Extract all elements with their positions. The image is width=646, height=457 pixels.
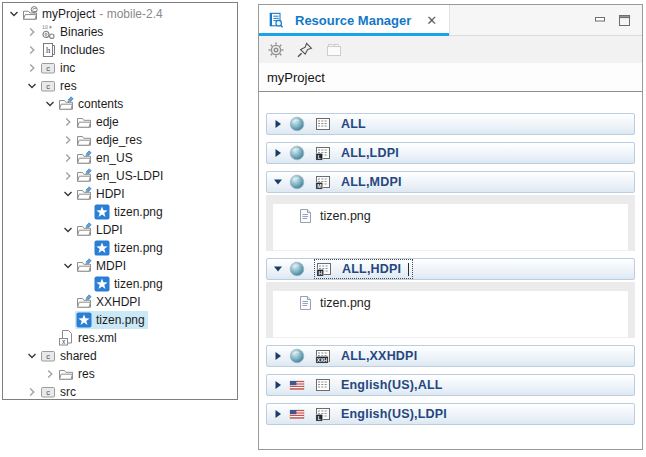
- project-icon: C: [22, 6, 38, 22]
- resource-manager-icon: [268, 12, 284, 28]
- view-window-controls: [593, 5, 642, 35]
- expand-chevron-icon[interactable]: [43, 367, 57, 381]
- resource-item-tizen-png[interactable]: tizen.png: [273, 204, 628, 224]
- resource-group-header-english-us-all[interactable]: English(US),ALL: [266, 374, 635, 396]
- svg-text:c: c: [46, 388, 50, 397]
- collapse-chevron-icon[interactable]: [7, 7, 21, 21]
- tree-indent-spacer: [79, 205, 93, 219]
- resource-group-header-all-xxhdpi[interactable]: XXHALL,XXHDPI: [266, 345, 635, 367]
- tree-item-label: tizen.png: [96, 312, 145, 328]
- expand-chevron-icon[interactable]: [61, 133, 75, 147]
- tree-item-tizen-png[interactable]: tizen.png: [3, 275, 237, 293]
- resource-group-header-all-ldpi[interactable]: LALL,LDPI: [266, 142, 635, 164]
- tree-indent-spacer: [79, 241, 93, 255]
- tree-item-tizen-png[interactable]: tizen.png: [3, 239, 237, 257]
- res-folder-icon: [76, 186, 92, 202]
- c-folder-icon: c: [40, 78, 56, 94]
- tree-item-en-us[interactable]: en_US: [3, 149, 237, 167]
- tree-item-res-xml[interactable]: xres.xml: [3, 329, 237, 347]
- tree-item-hdpi[interactable]: HDPI: [3, 185, 237, 203]
- expand-chevron-icon[interactable]: [61, 169, 75, 183]
- tree-item-label: HDPI: [96, 186, 125, 202]
- svg-text:10: 10: [42, 25, 48, 31]
- globe-icon: [289, 261, 305, 277]
- tree-item-includes[interactable]: hIncludes: [3, 41, 237, 59]
- collapse-chevron-icon[interactable]: [43, 97, 57, 111]
- resource-group-label: ALL,XXHDPI: [341, 349, 417, 363]
- svg-text:H: H: [318, 270, 322, 276]
- tree-item-contents[interactable]: contents: [3, 95, 237, 113]
- tab-close-icon[interactable]: ✕: [426, 13, 437, 28]
- resource-group-title-area: XXHALL,XXHDPI: [315, 348, 417, 364]
- collapse-triangle-icon[interactable]: [273, 264, 283, 274]
- resource-group-all: ALL: [266, 113, 635, 135]
- expand-triangle-icon[interactable]: [273, 409, 283, 419]
- resource-group-title-area: LALL,LDPI: [315, 145, 399, 161]
- expand-chevron-icon[interactable]: [61, 151, 75, 165]
- resource-group-header-all-mdpi[interactable]: MALL,MDPI: [266, 171, 635, 193]
- tizen-icon: [94, 276, 110, 292]
- collapse-chevron-icon[interactable]: [61, 259, 75, 273]
- tree-item-label: Includes: [60, 42, 105, 58]
- tree-item-inc[interactable]: cinc: [3, 59, 237, 77]
- expand-chevron-icon[interactable]: [25, 61, 39, 75]
- text-caret: [408, 263, 409, 276]
- expand-chevron-icon[interactable]: [25, 43, 39, 57]
- tree-item-tizen-png[interactable]: tizen.png: [3, 311, 237, 329]
- expand-chevron-icon[interactable]: [25, 385, 39, 399]
- resource-group-header-english-us-ldpi[interactable]: LEnglish(US),LDPI: [266, 403, 635, 425]
- expand-chevron-icon[interactable]: [61, 115, 75, 129]
- collapse-chevron-icon[interactable]: [61, 223, 75, 237]
- svg-text:C: C: [32, 7, 36, 13]
- file-icon: [297, 208, 313, 224]
- us-flag-icon: [289, 377, 305, 393]
- project-explorer-panel: CmyProject- mobile-2.410BinarieshInclude…: [2, 2, 238, 400]
- svg-text:XXH: XXH: [317, 357, 328, 363]
- res-folder-icon: [76, 258, 92, 274]
- settings-gear-icon[interactable]: [266, 40, 286, 60]
- resource-group-label: ALL,HDPI: [342, 262, 401, 276]
- expand-chevron-icon[interactable]: [25, 25, 39, 39]
- resource-group-header-all-hdpi[interactable]: HALL,HDPI: [266, 258, 635, 280]
- tree-item-label: tizen.png: [114, 276, 163, 292]
- collapse-chevron-icon[interactable]: [25, 79, 39, 93]
- expand-triangle-icon[interactable]: [273, 119, 283, 129]
- tree-item-label: tizen.png: [114, 204, 163, 220]
- tree-item-res[interactable]: cres: [3, 77, 237, 95]
- resource-group-title-area: HALL,HDPI: [315, 260, 412, 278]
- collapse-chevron-icon[interactable]: [25, 349, 39, 363]
- tree-item-shared[interactable]: cshared: [3, 347, 237, 365]
- tree-item-mdpi[interactable]: MDPI: [3, 257, 237, 275]
- svg-text:c: c: [46, 82, 50, 91]
- tree-item-ldpi[interactable]: LDPI: [3, 221, 237, 239]
- tree-item-tizen-png[interactable]: tizen.png: [3, 203, 237, 221]
- tizen-icon: [76, 312, 92, 328]
- tree-item-label: res.xml: [78, 330, 117, 346]
- tree-item-src[interactable]: csrc: [3, 383, 237, 400]
- tree-item-res[interactable]: res: [3, 365, 237, 383]
- tree-item-label: shared: [60, 348, 97, 364]
- tree-item-label: LDPI: [96, 222, 123, 238]
- resource-item-tizen-png[interactable]: tizen.png: [273, 291, 628, 311]
- collapse-triangle-icon[interactable]: [273, 177, 283, 187]
- collapse-chevron-icon[interactable]: [61, 187, 75, 201]
- res-folder-icon: [58, 96, 74, 112]
- pin-icon[interactable]: [295, 40, 315, 60]
- expand-triangle-icon[interactable]: [273, 351, 283, 361]
- resource-group-header-all[interactable]: ALL: [266, 113, 635, 135]
- expand-triangle-icon[interactable]: [273, 380, 283, 390]
- tree-item-label: res: [60, 78, 77, 94]
- tree-item-edje-res[interactable]: edje_res: [3, 131, 237, 149]
- resource-group-all-hdpi: HALL,HDPItizen.png: [266, 258, 635, 338]
- tree-item-en-us-ldpi[interactable]: en_US-LDPI: [3, 167, 237, 185]
- tree-item-binaries[interactable]: 10Binaries: [3, 23, 237, 41]
- maximize-icon[interactable]: [617, 13, 632, 28]
- tree-item-myproject[interactable]: CmyProject- mobile-2.4: [3, 5, 237, 23]
- resource-group-label: ALL: [341, 117, 366, 131]
- tizen-icon: [94, 240, 110, 256]
- tree-item-xxhdpi[interactable]: XXHDPI: [3, 293, 237, 311]
- expand-triangle-icon[interactable]: [273, 148, 283, 158]
- tab-resource-manager[interactable]: Resource Manager ✕: [259, 5, 450, 35]
- minimize-icon[interactable]: [593, 13, 608, 28]
- tree-item-edje[interactable]: edje: [3, 113, 237, 131]
